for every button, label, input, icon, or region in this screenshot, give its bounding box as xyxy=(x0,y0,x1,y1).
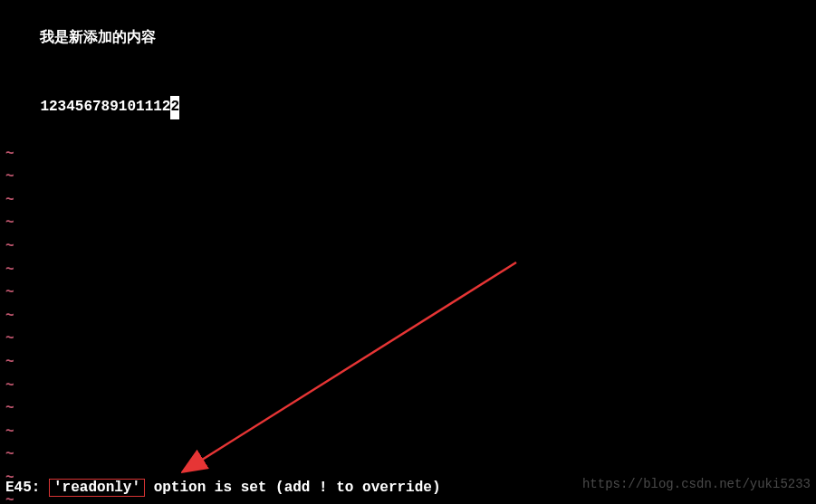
empty-line: ~ xyxy=(5,305,811,328)
text-prefix: 1234567891011 xyxy=(40,99,153,115)
tilde-char: ~ xyxy=(5,330,14,347)
empty-line: ~ xyxy=(5,235,811,259)
text-mid: 12 xyxy=(153,99,170,115)
tilde-char: ~ xyxy=(5,238,14,254)
tilde-char: ~ xyxy=(5,354,14,370)
text-content: 我是新添加的内容 xyxy=(40,30,156,46)
content-line-1: 我是新添加的内容 xyxy=(5,4,811,73)
highlighted-option: 'readonly' xyxy=(49,479,145,497)
tilde-char: ~ xyxy=(5,262,14,278)
empty-line: ~ xyxy=(5,443,811,467)
tilde-char: ~ xyxy=(5,146,14,162)
empty-line: ~ xyxy=(5,281,811,305)
error-code: E45: xyxy=(5,480,49,496)
tilde-char: ~ xyxy=(5,214,14,231)
empty-line: ~ xyxy=(5,212,811,235)
empty-line: ~ xyxy=(5,143,811,166)
tilde-char: ~ xyxy=(5,168,14,185)
empty-line: ~ xyxy=(5,421,811,444)
status-line: E45: 'readonly' option is set (add ! to … xyxy=(5,479,440,497)
tilde-char: ~ xyxy=(5,308,14,324)
empty-line: ~ xyxy=(5,166,811,189)
empty-line: ~ xyxy=(5,259,811,282)
tilde-char: ~ xyxy=(5,423,14,440)
tilde-char: ~ xyxy=(5,377,14,394)
empty-line: ~ xyxy=(5,397,811,421)
editor-area[interactable]: 我是新添加的内容 1234567891011122 ~ ~ ~ ~ ~ ~ ~ … xyxy=(0,0,816,504)
empty-line: ~ xyxy=(5,375,811,398)
watermark: https://blog.csdn.net/yuki5233 xyxy=(582,477,811,491)
status-message: option is set (add ! to override) xyxy=(145,480,440,496)
cursor: 2 xyxy=(170,96,179,119)
tilde-char: ~ xyxy=(5,192,14,208)
tilde-char: ~ xyxy=(5,446,14,462)
empty-line: ~ xyxy=(5,328,811,351)
empty-line: ~ xyxy=(5,351,811,375)
empty-line: ~ xyxy=(5,189,811,213)
tilde-char: ~ xyxy=(5,400,14,416)
tilde-char: ~ xyxy=(5,284,14,300)
content-line-2: 1234567891011122 xyxy=(5,73,811,143)
